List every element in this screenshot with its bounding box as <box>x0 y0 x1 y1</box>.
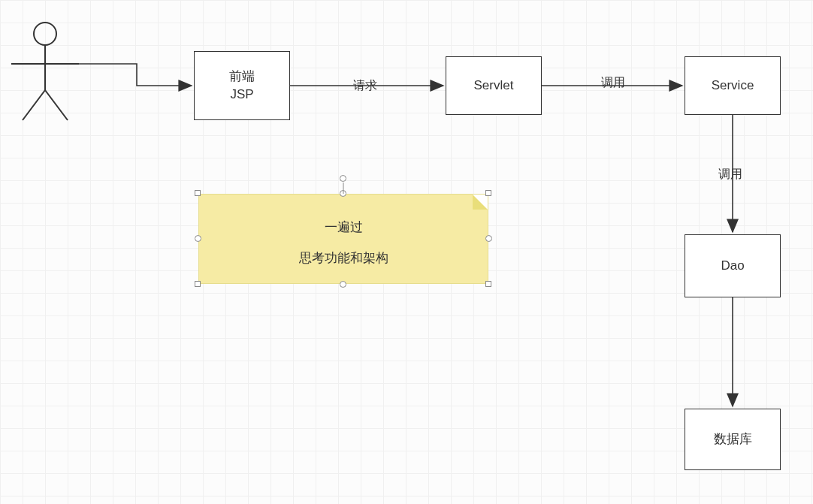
selection-handle[interactable] <box>485 190 491 196</box>
note-line2: 思考功能和架构 <box>299 249 388 267</box>
arrow-label-call-1: 调用 <box>601 75 625 91</box>
frontend-line2: JSP <box>230 86 253 104</box>
database-label: 数据库 <box>714 430 752 448</box>
svg-line-3 <box>23 90 45 120</box>
note-line1: 一遍过 <box>325 219 363 236</box>
selection-handle[interactable] <box>340 281 346 288</box>
box-servlet: Servlet <box>446 56 542 115</box>
selection-handle[interactable] <box>195 281 201 287</box>
box-database: 数据库 <box>685 409 781 470</box>
selection-handle[interactable] <box>340 190 346 197</box>
svg-point-0 <box>34 23 56 45</box>
note-corner-icon <box>473 195 488 210</box>
selection-handle[interactable] <box>485 281 491 287</box>
selection-handle[interactable] <box>195 235 201 242</box>
frontend-line1: 前端 <box>229 68 255 86</box>
box-dao: Dao <box>685 234 781 297</box>
servlet-label: Servlet <box>474 77 514 95</box>
actor-icon <box>8 19 83 124</box>
box-service: Service <box>685 56 781 115</box>
box-frontend: 前端 JSP <box>194 51 290 120</box>
selection-handle[interactable] <box>195 190 201 196</box>
rotate-handle[interactable] <box>340 175 346 182</box>
dao-label: Dao <box>721 257 744 275</box>
sticky-note[interactable]: 一遍过 思考功能和架构 <box>198 194 488 284</box>
selection-handle[interactable] <box>485 235 492 242</box>
arrow-label-request: 请求 <box>353 78 377 94</box>
arrow-label-call-2: 调用 <box>718 167 742 183</box>
svg-line-4 <box>45 90 68 120</box>
service-label: Service <box>712 77 754 95</box>
